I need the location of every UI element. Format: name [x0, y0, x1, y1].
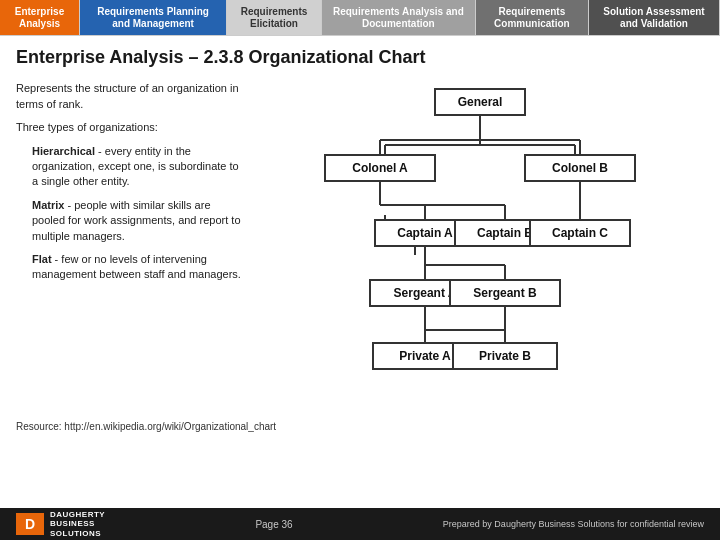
svg-text:Sergeant B: Sergeant B [473, 286, 537, 300]
footer-prepared-by: Prepared by Daugherty Business Solutions… [443, 519, 704, 529]
svg-text:Captain A: Captain A [397, 226, 453, 240]
svg-text:Private B: Private B [479, 349, 531, 363]
matrix-text: Matrix - people with similar skills are … [32, 198, 246, 244]
svg-text:Captain B: Captain B [477, 226, 533, 240]
nav-requirements-planning[interactable]: Requirements Planning and Management [80, 0, 227, 35]
nav-requirements-communication[interactable]: Requirements Communication [476, 0, 589, 35]
svg-text:Private A: Private A [399, 349, 451, 363]
resource-link: Resource: http://en.wikipedia.org/wiki/O… [16, 421, 704, 432]
daugherty-logo-icon: D [16, 513, 44, 535]
nav-requirements-elicitation[interactable]: Requirements Elicitation [227, 0, 322, 35]
svg-text:Sergeant A: Sergeant A [394, 286, 457, 300]
footer-logo-text: DAUGHERTY BUSINESS SOLUTIONS [50, 510, 105, 539]
intro-text: Represents the structure of an organizat… [16, 81, 246, 112]
svg-text:General: General [458, 95, 503, 109]
hierarchical-text: Hierarchical - every entity in the organ… [32, 144, 246, 190]
nav-requirements-analysis[interactable]: Requirements Analysis and Documentation [322, 0, 476, 35]
footer: D DAUGHERTY BUSINESS SOLUTIONS Page 36 P… [0, 508, 720, 540]
org-chart: General Colonel A Colonel B [256, 81, 704, 415]
org-chart-svg: General Colonel A Colonel B [295, 85, 665, 415]
footer-page-number: Page 36 [255, 519, 292, 530]
svg-text:D: D [25, 516, 35, 532]
svg-text:Captain C: Captain C [552, 226, 608, 240]
svg-text:Colonel A: Colonel A [352, 161, 408, 175]
three-types-label: Three types of organizations: [16, 120, 246, 135]
footer-logo: D DAUGHERTY BUSINESS SOLUTIONS [16, 510, 105, 539]
svg-text:Colonel B: Colonel B [552, 161, 608, 175]
left-text-column: Represents the structure of an organizat… [16, 81, 246, 415]
nav-enterprise-analysis[interactable]: Enterprise Analysis [0, 0, 80, 35]
flat-text: Flat - few or no levels of intervening m… [32, 252, 246, 283]
page-title: Enterprise Analysis – 2.3.8 Organization… [16, 46, 704, 69]
nav-solution-assessment[interactable]: Solution Assessment and Validation [589, 0, 720, 35]
content-area: Represents the structure of an organizat… [16, 81, 704, 415]
top-navigation: Enterprise Analysis Requirements Plannin… [0, 0, 720, 36]
main-content: Enterprise Analysis – 2.3.8 Organization… [0, 36, 720, 508]
